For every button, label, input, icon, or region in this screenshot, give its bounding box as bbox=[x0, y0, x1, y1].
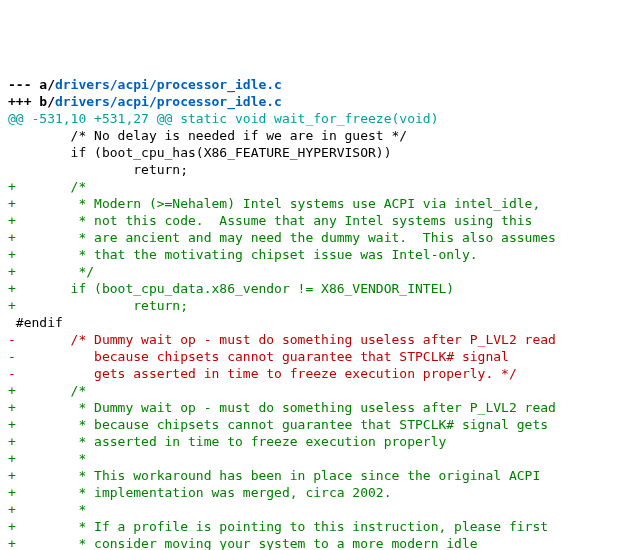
deleted-line: - gets asserted in time to freeze execut… bbox=[8, 366, 517, 381]
added-line: + * bbox=[8, 451, 86, 466]
context-line: /* No delay is needed if we are in guest… bbox=[8, 128, 407, 143]
added-line: + * asserted in time to freeze execution… bbox=[8, 434, 446, 449]
file-path-b: drivers/acpi/processor_idle.c bbox=[55, 94, 282, 109]
file-path-a: drivers/acpi/processor_idle.c bbox=[55, 77, 282, 92]
context-line: #endif bbox=[8, 315, 63, 330]
added-line: + * If a profile is pointing to this ins… bbox=[8, 519, 548, 534]
added-line: + * not this code. Assume that any Intel… bbox=[8, 213, 532, 228]
added-line: + /* bbox=[8, 383, 86, 398]
diff-view: --- a/drivers/acpi/processor_idle.c +++ … bbox=[8, 76, 618, 550]
added-line: + return; bbox=[8, 298, 188, 313]
added-line: + */ bbox=[8, 264, 94, 279]
added-line: + * consider moving your system to a mor… bbox=[8, 536, 478, 550]
added-line: + * bbox=[8, 502, 86, 517]
hunk-header: @@ -531,10 +531,27 @@ static void wait_f… bbox=[8, 111, 438, 126]
file-plus-line: +++ b/drivers/acpi/processor_idle.c bbox=[8, 94, 282, 109]
added-line: + * Modern (>=Nehalem) Intel systems use… bbox=[8, 196, 540, 211]
context-line: if (boot_cpu_has(X86_FEATURE_HYPERVISOR)… bbox=[8, 145, 392, 160]
added-line: + if (boot_cpu_data.x86_vendor != X86_VE… bbox=[8, 281, 454, 296]
deleted-line: - /* Dummy wait op - must do something u… bbox=[8, 332, 556, 347]
added-line: + * Dummy wait op - must do something us… bbox=[8, 400, 556, 415]
added-line: + * that the motivating chipset issue wa… bbox=[8, 247, 478, 262]
added-line: + * implementation was merged, circa 200… bbox=[8, 485, 392, 500]
file-minus-line: --- a/drivers/acpi/processor_idle.c bbox=[8, 77, 282, 92]
added-line: + * are ancient and may need the dummy w… bbox=[8, 230, 556, 245]
minus-prefix: --- a/ bbox=[8, 77, 55, 92]
plus-prefix: +++ b/ bbox=[8, 94, 55, 109]
added-line: + * This workaround has been in place si… bbox=[8, 468, 540, 483]
deleted-line: - because chipsets cannot guarantee that… bbox=[8, 349, 509, 364]
added-line: + /* bbox=[8, 179, 86, 194]
context-line: return; bbox=[8, 162, 188, 177]
added-line: + * because chipsets cannot guarantee th… bbox=[8, 417, 548, 432]
